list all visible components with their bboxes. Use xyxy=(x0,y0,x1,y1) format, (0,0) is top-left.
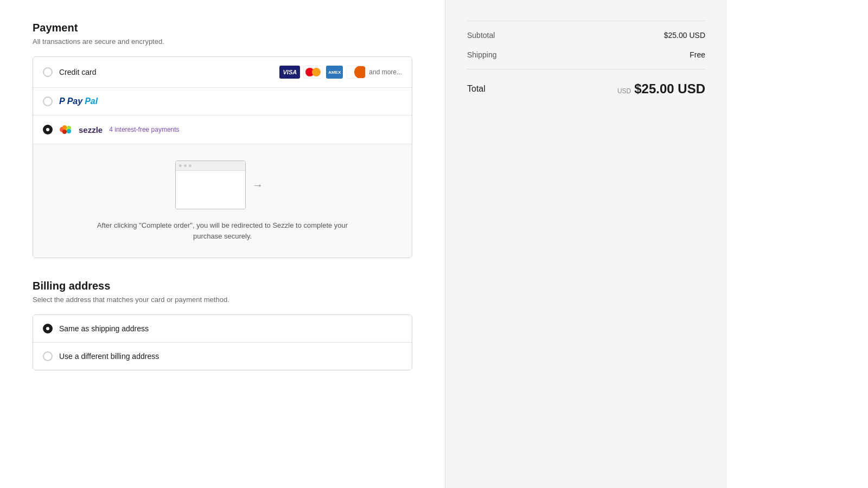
sezzle-redirect-text: After clicking "Complete order", you wil… xyxy=(92,220,353,241)
subtotal-value: $25.00 USD xyxy=(664,31,705,40)
billing-title: Billing address xyxy=(33,280,412,292)
discover-icon xyxy=(346,66,366,79)
billing-option-same[interactable]: Same as shipping address xyxy=(33,315,412,343)
shipping-row: Shipping Free xyxy=(467,45,705,65)
browser-dot-3 xyxy=(189,164,192,167)
svg-point-3 xyxy=(62,130,67,134)
order-summary-panel: Subtotal $25.00 USD Shipping Free Total … xyxy=(445,0,727,488)
total-value-group: USD $25.00 USD xyxy=(617,81,705,97)
credit-card-radio[interactable] xyxy=(43,67,53,77)
browser-mockup xyxy=(175,160,246,209)
card-icons: VISA AMEX and more... xyxy=(279,66,402,79)
payment-option-paypal[interactable]: P PayPal xyxy=(33,88,412,115)
browser-dot-2 xyxy=(184,164,187,167)
total-label: Total xyxy=(467,84,486,94)
shipping-label: Shipping xyxy=(467,50,497,59)
payment-option-credit-card[interactable]: Credit card VISA AMEX and more... xyxy=(33,57,412,88)
redirect-illustration: → xyxy=(175,160,270,209)
total-amount: $25.00 USD xyxy=(634,81,705,97)
same-shipping-radio[interactable] xyxy=(43,324,53,333)
sezzle-expanded-content: → After clicking "Complete order", you w… xyxy=(33,144,412,258)
sezzle-tagline-label: 4 interest-free payments xyxy=(109,126,179,133)
different-billing-radio[interactable] xyxy=(43,351,53,361)
browser-bar xyxy=(176,161,245,171)
amex-icon: AMEX xyxy=(326,66,343,79)
middle-divider xyxy=(467,69,705,69)
paypal-radio[interactable] xyxy=(43,97,53,106)
sezzle-name-label: sezzle xyxy=(79,125,103,134)
billing-option-different[interactable]: Use a different billing address xyxy=(33,343,412,370)
payment-options-box: Credit card VISA AMEX and more... P PayP… xyxy=(33,56,412,258)
paypal-logo: P PayPal xyxy=(59,97,98,106)
redirect-arrow-icon: → xyxy=(252,179,263,191)
payment-title: Payment xyxy=(33,22,412,34)
same-shipping-label: Same as shipping address xyxy=(59,324,402,333)
svg-point-5 xyxy=(67,129,71,133)
browser-dot-1 xyxy=(179,164,182,167)
shipping-value: Free xyxy=(690,50,705,59)
mastercard-icon xyxy=(303,66,323,79)
paypal-name-cyan: Pal xyxy=(85,97,98,106)
and-more-label: and more... xyxy=(369,68,402,76)
paypal-p-icon: P xyxy=(59,97,65,106)
total-row: Total USD $25.00 USD xyxy=(467,74,705,104)
payment-subtitle: All transactions are secure and encrypte… xyxy=(33,37,412,46)
sezzle-radio[interactable] xyxy=(43,125,53,134)
svg-point-2 xyxy=(62,125,67,130)
top-divider xyxy=(467,21,705,21)
sezzle-flame-icon xyxy=(59,124,74,135)
subtotal-label: Subtotal xyxy=(467,31,495,40)
billing-options-box: Same as shipping address Use a different… xyxy=(33,314,412,370)
paypal-name-blue: Pay xyxy=(67,97,82,106)
different-billing-label: Use a different billing address xyxy=(59,352,402,361)
billing-subtitle: Select the address that matches your car… xyxy=(33,296,412,304)
total-currency: USD xyxy=(617,87,631,95)
subtotal-row: Subtotal $25.00 USD xyxy=(467,25,705,45)
credit-card-label: Credit card xyxy=(59,68,279,76)
payment-option-sezzle[interactable]: sezzle 4 interest-free payments xyxy=(33,115,412,144)
browser-body xyxy=(176,171,245,209)
sezzle-logo: sezzle 4 interest-free payments xyxy=(59,124,180,135)
visa-icon: VISA xyxy=(279,66,300,79)
